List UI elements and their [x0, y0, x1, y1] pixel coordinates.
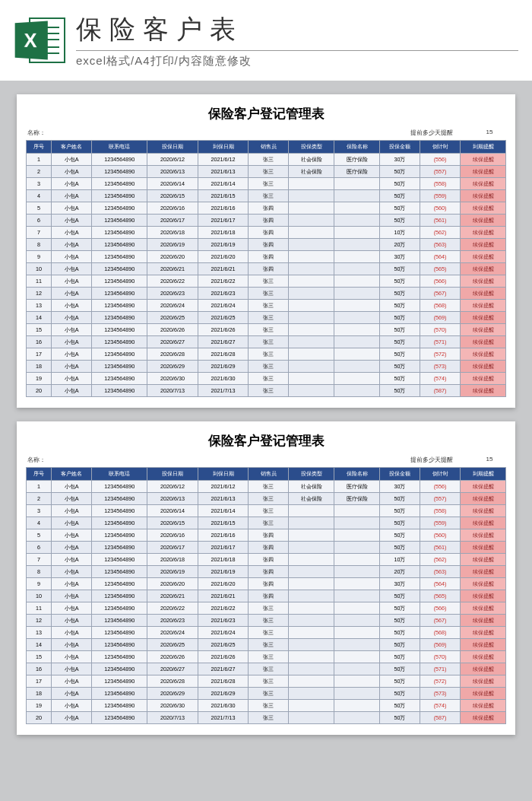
table-cell	[334, 712, 380, 724]
column-header: 客户姓名	[52, 141, 92, 154]
table-cell: 张三	[249, 178, 289, 190]
table-cell: (566)	[420, 602, 461, 615]
table-cell: 小包A	[52, 300, 92, 312]
table-cell: 1234564890	[92, 324, 147, 336]
table-cell: 50万	[379, 361, 420, 373]
table-cell: 1234564890	[92, 178, 147, 190]
table-cell: 50万	[379, 336, 420, 348]
column-header: 保险名称	[334, 468, 380, 481]
column-header: 倒计时	[420, 468, 461, 481]
table-cell	[334, 627, 380, 639]
table-cell: 50万	[379, 215, 420, 227]
table-cell: 50万	[379, 700, 420, 712]
table-cell: 1234564890	[92, 385, 147, 397]
table-cell	[334, 275, 380, 288]
table-cell	[334, 215, 380, 227]
table-row: 20小包A12345648902020/7/132021/7/13张三50万(5…	[27, 712, 506, 724]
table-cell: 续保提醒	[461, 566, 506, 578]
table-cell: 13	[27, 627, 52, 639]
table-cell: 10万	[379, 554, 420, 566]
table-cell: 50万	[379, 712, 420, 724]
table-cell: 张四	[249, 542, 289, 554]
table-cell: 续保提醒	[461, 554, 506, 566]
table-cell: (566)	[420, 275, 461, 288]
table-cell: 张三	[249, 700, 289, 712]
table-cell	[289, 639, 334, 651]
table-cell: 14	[27, 312, 52, 324]
column-header: 销售员	[249, 468, 289, 481]
table-cell: 12	[27, 288, 52, 300]
table-cell: 续保提醒	[461, 312, 506, 324]
table-cell: 续保提醒	[461, 263, 506, 275]
table-cell: 1234564890	[92, 615, 147, 627]
table-cell: 小包A	[52, 578, 92, 590]
column-header: 保险名称	[334, 141, 380, 154]
table-cell: 张三	[249, 712, 289, 724]
table-cell	[334, 700, 380, 712]
table-cell: 小包A	[52, 239, 92, 251]
table-cell: 50万	[379, 542, 420, 554]
table-cell: 张三	[249, 493, 289, 505]
table-cell: 续保提醒	[461, 178, 506, 190]
table-row: 1小包A12345648902020/6/122021/6/12张三社会保险医疗…	[27, 481, 506, 493]
table-cell: 30万	[379, 578, 420, 590]
table-cell: 1234564890	[92, 675, 147, 688]
table-row: 19小包A12345648902020/6/302021/6/30张三50万(5…	[27, 373, 506, 385]
table-cell: 小包A	[52, 627, 92, 639]
table-cell: 续保提醒	[461, 361, 506, 373]
table-cell: 1234564890	[92, 505, 147, 517]
table-row: 18小包A12345648902020/6/292021/6/29张三50万(5…	[27, 688, 506, 700]
table-cell: 1234564890	[92, 602, 147, 615]
table-cell: 1234564890	[92, 288, 147, 300]
table-cell: (567)	[420, 288, 461, 300]
table-header-row: 序号客户姓名联系电话投保日期到保日期销售员投保类型保险名称投保金额倒计时到期提醒	[27, 141, 506, 154]
table-cell: (557)	[420, 166, 461, 178]
table-cell: 2020/6/14	[147, 178, 198, 190]
table-cell: 2021/7/13	[198, 712, 248, 724]
table-cell: (568)	[420, 627, 461, 639]
table-cell	[334, 505, 380, 517]
table-cell: (568)	[420, 300, 461, 312]
table-cell: 1234564890	[92, 202, 147, 215]
table-cell: (569)	[420, 639, 461, 651]
spreadsheet-preview: 保险客户登记管理表 名称： 提前多少天提醒 15 序号客户姓名联系电话投保日期到…	[17, 94, 515, 408]
table-cell: 2020/6/13	[147, 493, 198, 505]
table-cell: 小包A	[52, 166, 92, 178]
table-cell	[334, 566, 380, 578]
table-cell: 小包A	[52, 263, 92, 275]
table-cell: 1234564890	[92, 190, 147, 202]
table-cell: 小包A	[52, 675, 92, 688]
table-cell: 11	[27, 602, 52, 615]
table-cell: 50万	[379, 300, 420, 312]
table-cell: 续保提醒	[461, 639, 506, 651]
table-cell: 5	[27, 529, 52, 542]
table-cell	[334, 517, 380, 529]
table-cell: 9	[27, 251, 52, 263]
table-cell: 续保提醒	[461, 615, 506, 627]
table-cell: 2021/6/29	[198, 688, 248, 700]
column-header: 投保日期	[147, 468, 198, 481]
table-cell: 1234564890	[92, 639, 147, 651]
table-cell: 张四	[249, 590, 289, 602]
table-row: 13小包A12345648902020/6/242021/6/24张三50万(5…	[27, 300, 506, 312]
table-cell: 续保提醒	[461, 215, 506, 227]
table-cell: 张四	[249, 566, 289, 578]
table-cell: 50万	[379, 288, 420, 300]
column-header: 投保金额	[379, 141, 420, 154]
table-cell: 社会保险	[289, 481, 334, 493]
table-cell	[334, 312, 380, 324]
table-cell	[334, 300, 380, 312]
column-header: 投保金额	[379, 468, 420, 481]
table-cell: 社会保险	[289, 493, 334, 505]
table-cell: (567)	[420, 615, 461, 627]
table-row: 18小包A12345648902020/6/292021/6/29张三50万(5…	[27, 361, 506, 373]
table-cell	[289, 566, 334, 578]
table-cell: 小包A	[52, 481, 92, 493]
table-cell	[334, 239, 380, 251]
table-cell: 2021/6/17	[198, 215, 248, 227]
table-cell: 张三	[249, 602, 289, 615]
table-row: 10小包A12345648902020/6/212021/6/21张四50万(5…	[27, 590, 506, 602]
table-cell: 20万	[379, 566, 420, 578]
table-cell: 2020/6/26	[147, 324, 198, 336]
table-row: 6小包A12345648902020/6/172021/6/17张四50万(56…	[27, 215, 506, 227]
